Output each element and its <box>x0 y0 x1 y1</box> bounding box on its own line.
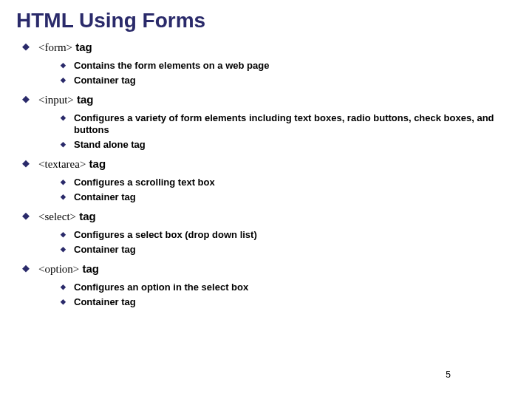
sub-item: Stand alone tag <box>61 139 516 151</box>
list-item: <input> tag Configures a variety of form… <box>22 92 516 151</box>
sub-item: Configures a variety of form elements in… <box>61 112 516 137</box>
sub-item: Contains the form elements on a web page <box>61 60 516 72</box>
sub-item: Container tag <box>61 296 516 308</box>
tag-word: tag <box>89 157 106 170</box>
tag-word: tag <box>75 41 92 53</box>
slide: HTML Using Forms <form> tag Contains the… <box>0 0 532 399</box>
page-title: HTML Using Forms <box>16 9 516 33</box>
tag-word: tag <box>82 262 99 275</box>
tag-name: <form> <box>38 41 72 53</box>
sub-item: Container tag <box>61 244 516 256</box>
sub-item: Configures a select box (drop down list) <box>61 229 516 241</box>
page-number: 5 <box>446 369 451 380</box>
sub-item: Container tag <box>61 191 516 203</box>
tag-name: <select> <box>38 211 76 222</box>
sub-list: Configures a select box (drop down list)… <box>38 229 516 256</box>
bullet-list: <form> tag Contains the form elements on… <box>16 40 516 308</box>
list-item: <select> tag Configures a select box (dr… <box>22 209 516 256</box>
sub-list: Contains the form elements on a web page… <box>38 60 516 87</box>
tag-name: <input> <box>38 94 74 106</box>
list-item: <textarea> tag Configures a scrolling te… <box>22 157 516 203</box>
tag-name: <textarea> <box>38 158 86 170</box>
sub-list: Configures a scrolling text box Containe… <box>38 177 516 204</box>
list-item: <option> tag Configures an option in the… <box>22 262 516 308</box>
sub-list: Configures an option in the select box C… <box>38 282 516 309</box>
sub-item: Configures an option in the select box <box>61 282 516 293</box>
list-item: <form> tag Contains the form elements on… <box>22 40 516 86</box>
sub-item: Container tag <box>61 75 516 86</box>
tag-word: tag <box>77 93 94 106</box>
sub-item: Configures a scrolling text box <box>61 177 516 188</box>
tag-name: <option> <box>38 263 79 275</box>
sub-list: Configures a variety of form elements in… <box>38 112 516 151</box>
tag-word: tag <box>79 210 96 222</box>
